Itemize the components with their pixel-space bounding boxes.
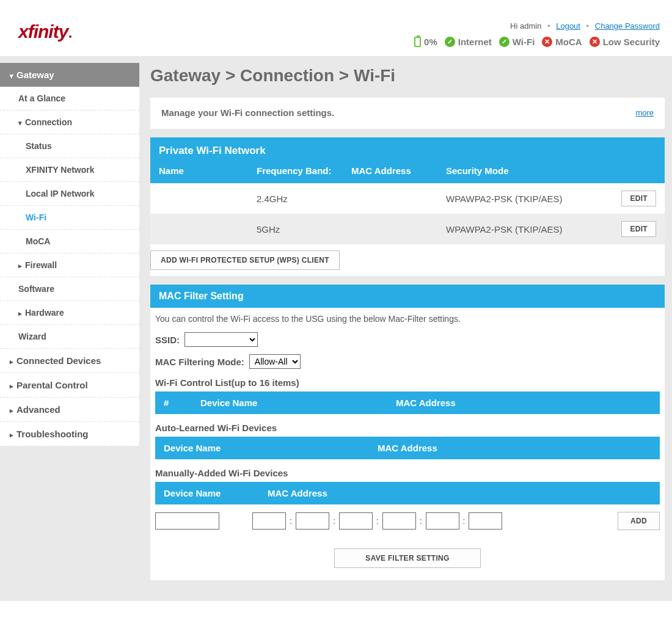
col-number: #: [164, 398, 200, 408]
sidebar-item-software[interactable]: Software: [0, 277, 139, 301]
logout-link[interactable]: Logout: [556, 21, 580, 31]
mac-filter-desc: You can control the Wi-Fi access to the …: [155, 314, 660, 324]
col-device: Device Name: [164, 488, 268, 498]
sidebar-item-moca[interactable]: MoCA: [0, 230, 139, 253]
sidebar-item-parental-control[interactable]: Parental Control: [0, 373, 139, 398]
mac-octet-input[interactable]: [469, 512, 502, 530]
ssid-select[interactable]: [184, 332, 258, 347]
sidebar-item-connected-devices[interactable]: Connected Devices: [0, 349, 139, 373]
col-mac: MAC Address: [396, 398, 651, 408]
logo: xfinity: [18, 21, 71, 42]
sidebar-item-wizard[interactable]: Wizard: [0, 325, 139, 349]
mac-octet-input[interactable]: [252, 512, 286, 530]
private-wifi-title: Private Wi-Fi Network: [150, 137, 665, 161]
mac-octet-input[interactable]: [339, 512, 373, 530]
col-device: Device Name: [164, 443, 378, 453]
sidebar-item-wifi[interactable]: Wi-Fi: [0, 206, 139, 230]
sidebar-item-gateway[interactable]: Gateway: [0, 63, 139, 87]
check-icon: ✓: [445, 37, 455, 47]
filtering-mode-select[interactable]: Allow-All: [249, 354, 301, 369]
col-mac: MAC Address: [351, 166, 446, 176]
change-password-link[interactable]: Change Password: [595, 21, 660, 31]
battery-status: 0%: [414, 37, 437, 47]
wifi-status: ✓ Wi-Fi: [499, 37, 535, 47]
wifi-row: 2.4GHz WPAWPA2-PSK (TKIP/AES) EDIT: [150, 183, 665, 214]
col-name: Name: [159, 166, 257, 176]
col-freq: Frequency Band:: [257, 166, 351, 176]
internet-status: ✓ Internet: [445, 37, 492, 47]
mode-label: MAC Filtering Mode:: [155, 357, 244, 367]
page-description: Manage your Wi-Fi connection settings.: [161, 107, 334, 118]
mac-filter-title: MAC Filter Setting: [150, 285, 665, 308]
col-device: Device Name: [200, 398, 396, 408]
more-link[interactable]: more: [635, 108, 654, 117]
col-sec: Security Mode: [446, 166, 586, 176]
save-filter-button[interactable]: SAVE FILTER SETTING: [334, 548, 480, 568]
sidebar-item-at-a-glance[interactable]: At a Glance: [0, 87, 139, 111]
mac-octet-input[interactable]: [382, 512, 416, 530]
device-name-input[interactable]: [155, 512, 219, 530]
ssid-label: SSID:: [155, 335, 180, 345]
edit-button[interactable]: EDIT: [621, 191, 656, 206]
sidebar-item-xfinity-network[interactable]: XFINITY Network: [0, 158, 139, 182]
sidebar-item-local-ip[interactable]: Local IP Network: [0, 182, 139, 206]
greeting: Hi admin: [510, 21, 541, 31]
auto-learned-label: Auto-Learned Wi-Fi Devices: [155, 423, 660, 433]
sidebar-item-firewall[interactable]: Firewall: [0, 253, 139, 277]
x-icon: ✕: [542, 37, 552, 47]
sidebar-item-connection[interactable]: Connection: [0, 111, 139, 134]
mac-octet-input[interactable]: [426, 512, 459, 530]
sidebar-item-advanced[interactable]: Advanced: [0, 398, 139, 422]
security-status: ✕ Low Security: [590, 37, 660, 47]
col-mac: MAC Address: [378, 443, 651, 453]
edit-button[interactable]: EDIT: [621, 221, 656, 237]
sidebar: Gateway At a Glance Connection Status XF…: [0, 63, 139, 446]
breadcrumb: Gateway > Connection > Wi-Fi: [150, 66, 665, 86]
add-wps-button[interactable]: ADD WI-FI PROTECTED SETUP (WPS) CLIENT: [150, 250, 340, 270]
check-icon: ✓: [499, 37, 509, 47]
x-icon: ✕: [590, 37, 600, 47]
user-links: Hi admin • Logout • Change Password: [414, 21, 660, 31]
col-mac: MAC Address: [268, 488, 651, 498]
sidebar-item-troubleshooting[interactable]: Troubleshooting: [0, 422, 139, 446]
mac-octet-input[interactable]: [296, 512, 329, 530]
manual-added-label: Manually-Added Wi-Fi Devices: [155, 468, 660, 478]
sidebar-item-hardware[interactable]: Hardware: [0, 301, 139, 325]
control-list-label: Wi-Fi Control List(up to 16 items): [155, 377, 660, 388]
add-button[interactable]: ADD: [618, 512, 660, 530]
wifi-row: 5GHz WPAWPA2-PSK (TKIP/AES) EDIT: [150, 214, 665, 244]
sidebar-item-status[interactable]: Status: [0, 134, 139, 158]
battery-icon: [414, 37, 421, 47]
moca-status: ✕ MoCA: [542, 37, 582, 47]
